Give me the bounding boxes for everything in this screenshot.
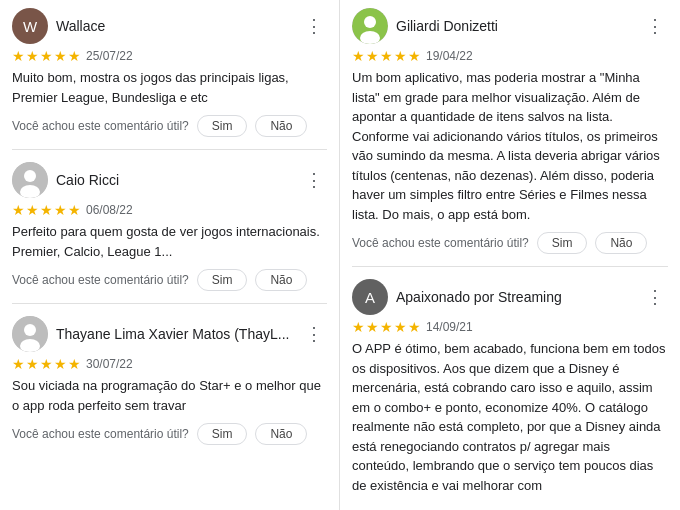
reviewer-name: Caio Ricci	[56, 172, 119, 188]
svg-point-1	[24, 170, 36, 182]
stars-row: ★★★★★ 19/04/22	[352, 48, 668, 64]
review-text: O APP é ótimo, bem acabado, funciona bem…	[352, 339, 668, 495]
reviewer-info: W Wallace	[12, 8, 105, 44]
svg-point-7	[364, 16, 376, 28]
review-date: 25/07/22	[86, 49, 133, 63]
stars-row: ★★★★★ 14/09/21	[352, 319, 668, 335]
reviews-container: W Wallace ⋮ ★★★★★ 25/07/22 Muito bom, mo…	[0, 0, 680, 510]
reviewer-info: A Apaixonado por Streaming	[352, 279, 562, 315]
helpful-yes-button[interactable]: Sim	[197, 423, 248, 445]
review-header: Giliardi Donizetti ⋮	[352, 8, 668, 44]
helpful-label: Você achou este comentário útil?	[12, 273, 189, 287]
review-date: 30/07/22	[86, 357, 133, 371]
reviewer-info: Caio Ricci	[12, 162, 119, 198]
reviewer-info: Thayane Lima Xavier Matos (ThayL...	[12, 316, 289, 352]
review-wallace: W Wallace ⋮ ★★★★★ 25/07/22 Muito bom, mo…	[12, 8, 327, 150]
helpful-label: Você achou este comentário útil?	[12, 427, 189, 441]
review-date: 19/04/22	[426, 49, 473, 63]
review-date: 06/08/22	[86, 203, 133, 217]
helpful-row: Você achou este comentário útil? Sim Não	[12, 269, 327, 291]
review-text: Muito bom, mostra os jogos das principai…	[12, 68, 327, 107]
review-header: W Wallace ⋮	[12, 8, 327, 44]
avatar: A	[352, 279, 388, 315]
reviewer-name: Giliardi Donizetti	[396, 18, 498, 34]
helpful-no-button[interactable]: Não	[595, 232, 647, 254]
review-text: Perfeito para quem gosta de ver jogos in…	[12, 222, 327, 261]
avatar	[352, 8, 388, 44]
helpful-no-button[interactable]: Não	[255, 423, 307, 445]
helpful-label: Você achou este comentário útil?	[352, 236, 529, 250]
review-header: Thayane Lima Xavier Matos (ThayL... ⋮	[12, 316, 327, 352]
reviewer-name: Thayane Lima Xavier Matos (ThayL...	[56, 326, 289, 342]
reviewer-name: Wallace	[56, 18, 105, 34]
more-icon[interactable]: ⋮	[301, 321, 327, 347]
more-icon[interactable]: ⋮	[301, 13, 327, 39]
more-icon[interactable]: ⋮	[642, 13, 668, 39]
stars-row: ★★★★★ 25/07/22	[12, 48, 327, 64]
star-rating: ★★★★★	[12, 356, 82, 372]
reviewer-info: Giliardi Donizetti	[352, 8, 498, 44]
helpful-yes-button[interactable]: Sim	[197, 269, 248, 291]
stars-row: ★★★★★ 06/08/22	[12, 202, 327, 218]
review-apaixonado: A Apaixonado por Streaming ⋮ ★★★★★ 14/09…	[352, 279, 668, 510]
helpful-no-button[interactable]: Não	[255, 269, 307, 291]
star-rating: ★★★★★	[352, 48, 422, 64]
helpful-yes-button[interactable]: Sim	[197, 115, 248, 137]
more-icon[interactable]: ⋮	[301, 167, 327, 193]
svg-point-4	[24, 324, 36, 336]
star-rating: ★★★★★	[12, 202, 82, 218]
helpful-no-button[interactable]: Não	[255, 115, 307, 137]
helpful-row: Você achou este comentário útil? Sim Não	[352, 232, 668, 254]
reviewer-name: Apaixonado por Streaming	[396, 289, 562, 305]
star-rating: ★★★★★	[12, 48, 82, 64]
helpful-row: Você achou este comentário útil? Sim Não	[12, 115, 327, 137]
helpful-label: Você achou este comentário útil?	[12, 119, 189, 133]
avatar	[12, 316, 48, 352]
avatar: W	[12, 8, 48, 44]
helpful-row: Você achou este comentário útil? Sim Não	[12, 423, 327, 445]
right-column: Giliardi Donizetti ⋮ ★★★★★ 19/04/22 Um b…	[340, 0, 680, 510]
left-column: W Wallace ⋮ ★★★★★ 25/07/22 Muito bom, mo…	[0, 0, 340, 510]
review-giliardi: Giliardi Donizetti ⋮ ★★★★★ 19/04/22 Um b…	[352, 8, 668, 267]
more-icon[interactable]: ⋮	[642, 284, 668, 310]
star-rating: ★★★★★	[352, 319, 422, 335]
review-thayane: Thayane Lima Xavier Matos (ThayL... ⋮ ★★…	[12, 316, 327, 457]
review-header: A Apaixonado por Streaming ⋮	[352, 279, 668, 315]
review-caio: Caio Ricci ⋮ ★★★★★ 06/08/22 Perfeito par…	[12, 162, 327, 304]
helpful-yes-button[interactable]: Sim	[537, 232, 588, 254]
review-text: Um bom aplicativo, mas poderia mostrar a…	[352, 68, 668, 224]
review-date: 14/09/21	[426, 320, 473, 334]
review-text: Sou viciada na programação do Star+ e o …	[12, 376, 327, 415]
avatar	[12, 162, 48, 198]
stars-row: ★★★★★ 30/07/22	[12, 356, 327, 372]
review-header: Caio Ricci ⋮	[12, 162, 327, 198]
